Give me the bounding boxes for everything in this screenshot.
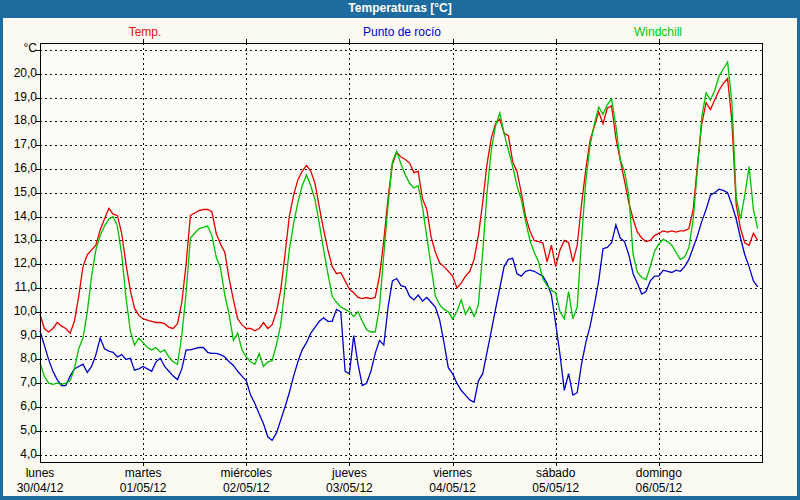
day-name-miércoles: miércoles [221,466,272,480]
y-tick-label-8,0: 8,0 [3,351,37,365]
window-title: Temperaturas [°C] [348,1,451,15]
window-titlebar[interactable]: Temperaturas [°C] [0,0,800,18]
y-tick-label-6,0: 6,0 [3,399,37,413]
y-tick-label-20,0: 20,0 [3,66,37,80]
day-name-lunes: lunes [26,466,55,480]
day-date-01/05/12: 01/05/12 [120,481,167,495]
y-tick-label-18,0: 18,0 [3,113,37,127]
chart-panel: Temp. Punto de rocío Windchill °C 20,019… [3,18,797,496]
day-date-05/05/12: 05/05/12 [532,481,579,495]
day-date-30/04/12: 30/04/12 [17,481,64,495]
day-name-domingo: domingo [636,466,682,480]
y-tick-label-14,0: 14,0 [3,209,37,223]
y-tick-label-16,0: 16,0 [3,161,37,175]
day-date-04/05/12: 04/05/12 [429,481,476,495]
day-date-06/05/12: 06/05/12 [635,481,682,495]
day-name-viernes: viernes [433,466,472,480]
y-tick-label-12,0: 12,0 [3,256,37,270]
y-tick-label-13,0: 13,0 [3,232,37,246]
y-tick-label-11,0: 11,0 [3,280,37,294]
y-tick-label-7,0: 7,0 [3,375,37,389]
y-tick-label-17,0: 17,0 [3,137,37,151]
y-tick-label-19,0: 19,0 [3,90,37,104]
day-name-sábado: sábado [536,466,575,480]
y-tick-label-9,0: 9,0 [3,328,37,342]
day-date-02/05/12: 02/05/12 [223,481,270,495]
day-name-jueves: jueves [332,466,367,480]
day-name-martes: martes [125,466,162,480]
app-window: Temperaturas [°C] Temp. Punto de rocío W… [0,0,800,500]
y-tick-label-4,0: 4,0 [3,447,37,461]
day-date-03/05/12: 03/05/12 [326,481,373,495]
y-tick-label-5,0: 5,0 [3,423,37,437]
y-tick-label-10,0: 10,0 [3,304,37,318]
y-tick-label-15,0: 15,0 [3,185,37,199]
temperature-line-chart [3,18,797,496]
